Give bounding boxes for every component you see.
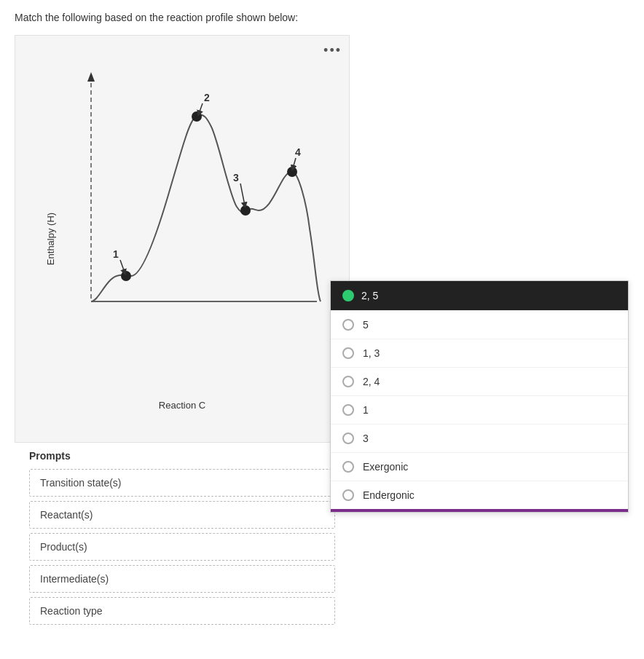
reaction-profile-svg: 1 2 3 4 — [47, 54, 317, 382]
radio-option-1 — [342, 404, 354, 416]
svg-text:2: 2 — [204, 92, 210, 103]
svg-line-5 — [120, 260, 125, 272]
graph-panel: ••• Enthalpy (H) 1 — [15, 35, 350, 443]
svg-point-6 — [192, 111, 202, 122]
x-axis-label: Reaction C — [159, 400, 205, 418]
radio-option-2-4 — [342, 376, 354, 387]
selected-radio-dot — [342, 290, 354, 301]
dropdown-option-1[interactable]: 1 — [331, 395, 628, 424]
page-container: Match the following based on the reactio… — [0, 0, 644, 641]
radio-option-endergonic — [342, 489, 354, 501]
dropdown-option-endergonic[interactable]: Endergonic — [331, 481, 628, 509]
dropdown-option-5[interactable]: 5 — [331, 310, 628, 339]
svg-text:3: 3 — [233, 172, 239, 184]
dropdown-footer — [331, 509, 628, 512]
dropdown-option-2-4[interactable]: 2, 4 — [331, 367, 628, 395]
dropdown-option-exergonic[interactable]: Exergonic — [331, 452, 628, 481]
radio-option-5 — [342, 319, 354, 331]
prompt-reactant[interactable]: Reactant(s) — [29, 501, 335, 529]
dropdown-overlay: 2, 5 5 1, 3 2, 4 1 3 Exerg — [330, 280, 629, 513]
prompt-reaction-type[interactable]: Reaction type — [29, 597, 335, 625]
dropdown-option-3[interactable]: 3 — [331, 424, 628, 452]
svg-line-11 — [240, 184, 245, 205]
selected-option-label: 2, 5 — [361, 290, 378, 301]
svg-point-12 — [287, 167, 297, 177]
svg-text:4: 4 — [295, 146, 301, 158]
prompt-product[interactable]: Product(s) — [29, 533, 335, 561]
radio-option-exergonic — [342, 461, 354, 473]
svg-point-3 — [121, 271, 131, 281]
dropdown-option-1-3[interactable]: 1, 3 — [331, 339, 628, 367]
radio-option-3 — [342, 433, 354, 444]
svg-line-8 — [199, 103, 203, 114]
dropdown-selected-option[interactable]: 2, 5 — [331, 281, 628, 310]
radio-option-1-3 — [342, 347, 354, 359]
graph-area: 1 2 3 4 — [15, 36, 349, 400]
svg-point-9 — [240, 205, 251, 216]
instruction-text: Match the following based on the reactio… — [15, 12, 629, 23]
svg-line-14 — [293, 158, 296, 168]
prompt-intermediate[interactable]: Intermediate(s) — [29, 565, 335, 593]
prompt-transition-state[interactable]: Transition state(s) — [29, 469, 335, 497]
svg-text:1: 1 — [113, 248, 119, 260]
svg-marker-1 — [87, 72, 95, 82]
